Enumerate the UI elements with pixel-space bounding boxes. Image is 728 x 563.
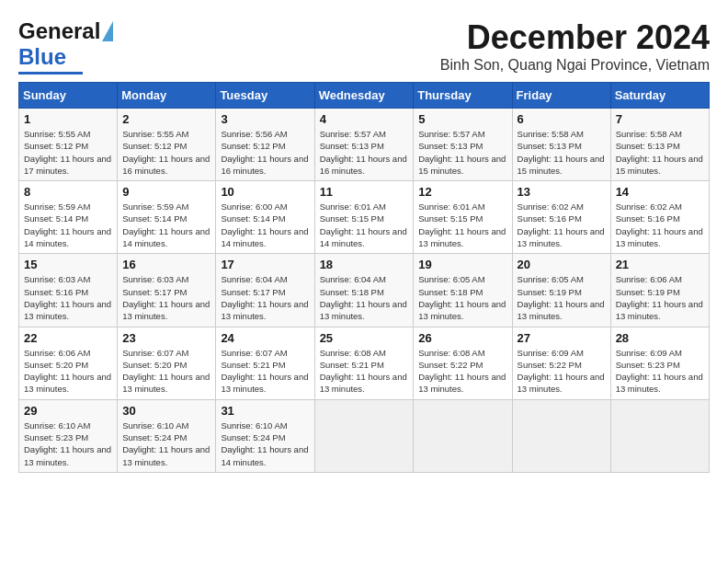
calendar-cell: 13Sunrise: 6:02 AMSunset: 5:16 PMDayligh… (512, 181, 610, 254)
day-number: 12 (418, 185, 506, 199)
calendar-cell (414, 399, 512, 472)
day-number: 8 (24, 185, 112, 199)
day-info: Sunrise: 5:58 AMSunset: 5:13 PMDaylight:… (518, 128, 606, 177)
calendar-cell: 25Sunrise: 6:08 AMSunset: 5:21 PMDayligh… (314, 327, 414, 399)
day-number: 29 (24, 404, 112, 418)
day-number: 25 (320, 331, 409, 345)
day-number: 22 (24, 331, 112, 345)
day-info: Sunrise: 6:03 AMSunset: 5:16 PMDaylight:… (24, 273, 112, 322)
day-info: Sunrise: 6:08 AMSunset: 5:22 PMDaylight:… (418, 347, 506, 396)
day-info: Sunrise: 6:04 AMSunset: 5:18 PMDaylight:… (320, 273, 409, 322)
day-number: 31 (221, 404, 309, 418)
calendar-week-row: 1Sunrise: 5:55 AMSunset: 5:12 PMDaylight… (19, 109, 710, 181)
day-info: Sunrise: 6:09 AMSunset: 5:23 PMDaylight:… (616, 347, 704, 396)
day-info: Sunrise: 6:01 AMSunset: 5:15 PMDaylight:… (320, 201, 409, 249)
calendar-cell: 3Sunrise: 5:56 AMSunset: 5:12 PMDaylight… (216, 109, 314, 181)
logo-underline (18, 72, 83, 75)
calendar-cell: 12Sunrise: 6:01 AMSunset: 5:15 PMDayligh… (414, 181, 512, 254)
month-title: December 2024 (440, 18, 710, 57)
day-info: Sunrise: 5:55 AMSunset: 5:12 PMDaylight:… (24, 128, 112, 177)
calendar-cell: 30Sunrise: 6:10 AMSunset: 5:24 PMDayligh… (118, 399, 216, 472)
weekday-header-cell: Saturday (610, 83, 709, 109)
calendar-cell: 26Sunrise: 6:08 AMSunset: 5:22 PMDayligh… (414, 327, 512, 399)
calendar-cell: 5Sunrise: 5:57 AMSunset: 5:13 PMDaylight… (414, 109, 512, 181)
calendar-cell: 19Sunrise: 6:05 AMSunset: 5:18 PMDayligh… (414, 254, 512, 327)
calendar-cell: 9Sunrise: 5:59 AMSunset: 5:14 PMDaylight… (118, 181, 216, 254)
day-number: 19 (418, 258, 506, 271)
calendar-week-row: 8Sunrise: 5:59 AMSunset: 5:14 PMDaylight… (19, 181, 710, 254)
day-info: Sunrise: 5:57 AMSunset: 5:13 PMDaylight:… (418, 128, 506, 177)
calendar-cell: 16Sunrise: 6:03 AMSunset: 5:17 PMDayligh… (118, 254, 216, 327)
calendar-cell: 4Sunrise: 5:57 AMSunset: 5:13 PMDaylight… (314, 109, 414, 181)
day-number: 18 (320, 258, 409, 271)
weekday-header-cell: Thursday (414, 83, 512, 109)
calendar-cell: 17Sunrise: 6:04 AMSunset: 5:17 PMDayligh… (216, 254, 314, 327)
day-info: Sunrise: 6:09 AMSunset: 5:22 PMDaylight:… (518, 347, 606, 396)
day-info: Sunrise: 5:58 AMSunset: 5:13 PMDaylight:… (616, 128, 704, 177)
calendar-cell: 10Sunrise: 6:00 AMSunset: 5:14 PMDayligh… (216, 181, 314, 254)
weekday-header-cell: Monday (118, 83, 216, 109)
day-number: 16 (122, 258, 210, 271)
header: General Blue December 2024 Binh Son, Qua… (18, 18, 710, 75)
day-number: 9 (122, 185, 210, 199)
calendar-week-row: 15Sunrise: 6:03 AMSunset: 5:16 PMDayligh… (19, 254, 710, 327)
calendar-table: SundayMondayTuesdayWednesdayThursdayFrid… (18, 82, 710, 473)
calendar-cell: 21Sunrise: 6:06 AMSunset: 5:19 PMDayligh… (610, 254, 709, 327)
day-number: 10 (221, 185, 309, 199)
calendar-cell: 2Sunrise: 5:55 AMSunset: 5:12 PMDaylight… (118, 109, 216, 181)
calendar-cell (314, 399, 414, 472)
calendar-cell: 29Sunrise: 6:10 AMSunset: 5:23 PMDayligh… (19, 399, 118, 472)
day-info: Sunrise: 6:02 AMSunset: 5:16 PMDaylight:… (518, 201, 606, 249)
calendar-cell (512, 399, 610, 472)
day-info: Sunrise: 6:08 AMSunset: 5:21 PMDaylight:… (320, 347, 409, 396)
calendar-cell: 31Sunrise: 6:10 AMSunset: 5:24 PMDayligh… (216, 399, 314, 472)
weekday-header-cell: Tuesday (216, 83, 314, 109)
day-number: 3 (221, 112, 309, 126)
logo-general: General (18, 18, 100, 44)
day-number: 2 (122, 112, 210, 126)
day-number: 5 (418, 112, 506, 126)
calendar-cell: 24Sunrise: 6:07 AMSunset: 5:21 PMDayligh… (216, 327, 314, 399)
day-number: 6 (518, 112, 606, 126)
day-number: 7 (616, 112, 704, 126)
day-info: Sunrise: 6:05 AMSunset: 5:19 PMDaylight:… (518, 273, 606, 322)
calendar-cell: 18Sunrise: 6:04 AMSunset: 5:18 PMDayligh… (314, 254, 414, 327)
day-info: Sunrise: 6:10 AMSunset: 5:24 PMDaylight:… (221, 419, 309, 468)
calendar-cell: 1Sunrise: 5:55 AMSunset: 5:12 PMDaylight… (19, 109, 118, 181)
calendar-cell: 15Sunrise: 6:03 AMSunset: 5:16 PMDayligh… (19, 254, 118, 327)
day-info: Sunrise: 6:06 AMSunset: 5:19 PMDaylight:… (616, 273, 704, 322)
logo-blue: Blue (18, 44, 66, 70)
day-info: Sunrise: 6:07 AMSunset: 5:20 PMDaylight:… (122, 347, 210, 396)
weekday-header-row: SundayMondayTuesdayWednesdayThursdayFrid… (19, 83, 710, 109)
logo: General Blue (18, 18, 113, 75)
day-number: 23 (122, 331, 210, 345)
day-info: Sunrise: 6:00 AMSunset: 5:14 PMDaylight:… (221, 201, 309, 249)
day-number: 21 (616, 258, 704, 271)
calendar-cell: 27Sunrise: 6:09 AMSunset: 5:22 PMDayligh… (512, 327, 610, 399)
day-number: 28 (616, 331, 704, 345)
calendar-cell: 20Sunrise: 6:05 AMSunset: 5:19 PMDayligh… (512, 254, 610, 327)
day-number: 30 (122, 404, 210, 418)
weekday-header-cell: Wednesday (314, 83, 414, 109)
calendar-cell: 14Sunrise: 6:02 AMSunset: 5:16 PMDayligh… (610, 181, 709, 254)
day-info: Sunrise: 5:55 AMSunset: 5:12 PMDaylight:… (122, 128, 210, 177)
day-number: 14 (616, 185, 704, 199)
weekday-header-cell: Friday (512, 83, 610, 109)
day-number: 17 (221, 258, 309, 271)
calendar-cell: 11Sunrise: 6:01 AMSunset: 5:15 PMDayligh… (314, 181, 414, 254)
title-section: December 2024 Binh Son, Quang Ngai Provi… (440, 18, 710, 74)
day-info: Sunrise: 5:57 AMSunset: 5:13 PMDaylight:… (320, 128, 409, 177)
day-number: 11 (320, 185, 409, 199)
day-info: Sunrise: 6:07 AMSunset: 5:21 PMDaylight:… (221, 347, 309, 396)
logo-arrow-icon (102, 21, 113, 41)
calendar-cell: 22Sunrise: 6:06 AMSunset: 5:20 PMDayligh… (19, 327, 118, 399)
day-info: Sunrise: 6:04 AMSunset: 5:17 PMDaylight:… (221, 273, 309, 322)
location-title: Binh Son, Quang Ngai Province, Vietnam (440, 57, 710, 74)
day-number: 13 (518, 185, 606, 199)
calendar-cell: 6Sunrise: 5:58 AMSunset: 5:13 PMDaylight… (512, 109, 610, 181)
calendar-cell: 7Sunrise: 5:58 AMSunset: 5:13 PMDaylight… (610, 109, 709, 181)
calendar-cell: 8Sunrise: 5:59 AMSunset: 5:14 PMDaylight… (19, 181, 118, 254)
day-number: 20 (518, 258, 606, 271)
day-info: Sunrise: 6:10 AMSunset: 5:23 PMDaylight:… (24, 419, 112, 468)
day-number: 1 (24, 112, 112, 126)
